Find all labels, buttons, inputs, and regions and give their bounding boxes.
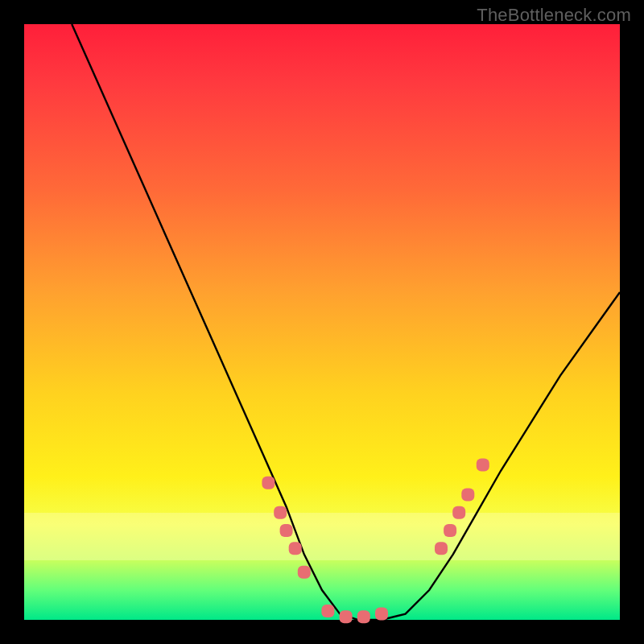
curve-marker bbox=[289, 542, 302, 555]
curve-layer bbox=[24, 24, 620, 620]
curve-marker bbox=[477, 459, 489, 472]
curve-marker bbox=[435, 542, 448, 555]
curve-marker bbox=[340, 610, 353, 623]
curve-marker bbox=[357, 610, 370, 623]
curve-marker bbox=[280, 524, 293, 537]
bottleneck-curve-path bbox=[72, 24, 620, 620]
curve-marker bbox=[375, 608, 388, 621]
plot-area bbox=[24, 24, 620, 620]
curve-marker bbox=[321, 605, 334, 617]
attribution-text: TheBottleneck.com bbox=[477, 5, 631, 26]
outer-frame: TheBottleneck.com bbox=[0, 0, 644, 644]
marker-group bbox=[262, 459, 489, 624]
curve-marker bbox=[262, 477, 275, 489]
curve-marker bbox=[274, 506, 287, 519]
curve-marker bbox=[298, 566, 311, 579]
curve-marker bbox=[444, 524, 456, 537]
curve-marker bbox=[461, 489, 474, 502]
curve-marker bbox=[452, 506, 465, 519]
